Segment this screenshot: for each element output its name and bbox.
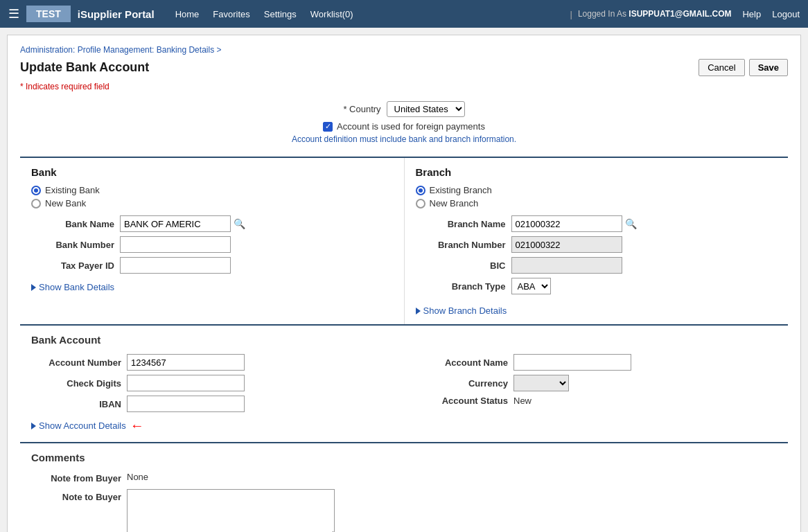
new-bank-label: New Bank <box>45 198 86 209</box>
nav-favorites[interactable]: Favorites <box>213 9 249 19</box>
app-name-badge: TEST <box>26 6 71 22</box>
ba-left-grid: Account Number Check Digits IBAN <box>31 354 390 412</box>
breadcrumb[interactable]: Administration: Profile Management: Bank… <box>20 45 788 55</box>
tax-payer-id-input[interactable] <box>120 257 231 274</box>
new-bank-radio-icon <box>31 199 41 209</box>
new-branch-radio-icon <box>416 199 425 209</box>
comments-section: Comments Note from Buyer None Note to Bu… <box>20 442 788 532</box>
new-bank-radio[interactable]: New Bank <box>31 198 393 209</box>
currency-label: Currency <box>418 378 508 389</box>
bank-number-label: Bank Number <box>31 240 114 250</box>
ba-right-grid: Account Name Currency Account Status New <box>418 354 777 406</box>
cancel-button[interactable]: Cancel <box>699 59 744 76</box>
bank-column: Bank Existing Bank New Bank Bank Name 🔍 … <box>20 158 405 324</box>
save-button[interactable]: Save <box>749 59 788 76</box>
branch-radio-group: Existing Branch New Branch <box>416 185 778 209</box>
new-branch-label: New Branch <box>430 198 479 209</box>
nav-divider: | <box>570 9 572 19</box>
page-title: Update Bank Account <box>20 60 149 75</box>
branch-type-select[interactable]: ABA <box>511 278 551 294</box>
bank-name-input[interactable] <box>120 215 231 232</box>
note-to-buyer-input[interactable] <box>127 489 335 532</box>
bank-account-left: Account Number Check Digits IBAN Show Ac… <box>31 354 390 434</box>
country-row: * Country United States ✓ Account is use… <box>20 101 788 144</box>
account-status-value: New <box>513 396 777 406</box>
existing-bank-radio[interactable]: Existing Bank <box>31 185 393 195</box>
bank-number-input[interactable] <box>120 236 231 253</box>
account-status-label: Account Status <box>418 396 508 406</box>
check-digits-input[interactable] <box>127 375 245 391</box>
note-to-buyer-label: Note to Buyer <box>31 489 121 502</box>
bank-name-search-icon[interactable]: 🔍 <box>234 218 245 229</box>
hamburger-menu-icon[interactable]: ☰ <box>8 6 19 21</box>
bic-input[interactable] <box>511 257 622 274</box>
foreign-payments-checkbox[interactable]: ✓ <box>323 122 333 132</box>
country-label: * Country <box>343 104 380 114</box>
nav-logout[interactable]: Logout <box>772 9 800 19</box>
show-branch-details-link[interactable]: Show Branch Details <box>416 305 778 316</box>
bank-account-section: Bank Account Account Number Check Digits… <box>20 324 788 442</box>
account-name-input[interactable] <box>513 354 631 371</box>
branch-type-field: ABA <box>511 278 778 294</box>
branch-number-label: Branch Number <box>416 240 506 250</box>
user-info: Logged In As ISUPPUAT1@GMAIL.COM <box>578 9 732 19</box>
branch-name-search-icon[interactable]: 🔍 <box>625 218 637 229</box>
currency-select[interactable] <box>513 375 569 391</box>
existing-branch-radio-icon <box>416 186 425 195</box>
bank-branch-columns: Bank Existing Bank New Bank Bank Name 🔍 … <box>20 157 788 324</box>
country-field: * Country United States <box>343 101 464 117</box>
foreign-payments-label: Account is used for foreign payments <box>337 121 485 132</box>
existing-bank-radio-icon <box>31 186 41 195</box>
branch-name-label: Branch Name <box>416 219 506 229</box>
show-bank-details-label: Show Bank Details <box>39 282 114 292</box>
branch-number-input[interactable] <box>511 236 622 253</box>
tax-payer-id-label: Tax Payer ID <box>31 260 114 271</box>
account-name-label: Account Name <box>418 357 508 368</box>
page-title-row: Update Bank Account Cancel Save <box>20 59 788 76</box>
nav-home[interactable]: Home <box>175 9 200 19</box>
country-select[interactable]: United States <box>387 101 465 117</box>
nav-worklist[interactable]: Worklist(0) <box>310 9 353 19</box>
required-note: * Indicates required field <box>20 82 788 91</box>
branch-name-field-row: 🔍 <box>511 215 778 232</box>
chevron-right-account-icon <box>31 423 36 429</box>
bank-section-title: Bank <box>31 166 393 178</box>
info-note: Account definition must include bank and… <box>292 134 516 144</box>
show-account-details-row: Show Account Details ← <box>31 418 390 434</box>
comments-title: Comments <box>31 452 777 463</box>
branch-section-title: Branch <box>416 166 778 178</box>
bank-account-right: Account Name Currency Account Status New <box>418 354 777 434</box>
account-number-input[interactable] <box>127 354 245 371</box>
top-navigation: ☰ TEST iSupplier Portal Home Favorites S… <box>0 0 808 28</box>
button-row: Cancel Save <box>699 59 788 76</box>
branch-type-label: Branch Type <box>416 281 506 292</box>
bank-account-title: Bank Account <box>31 334 777 346</box>
show-account-details-link[interactable]: Show Account Details <box>31 420 126 431</box>
iban-label: IBAN <box>31 399 121 409</box>
show-branch-details-label: Show Branch Details <box>423 305 507 316</box>
chevron-right-branch-icon <box>416 308 421 314</box>
nav-right: Logged In As ISUPPUAT1@GMAIL.COM Help Lo… <box>578 9 800 19</box>
bank-name-label: Bank Name <box>31 219 114 229</box>
nav-help[interactable]: Help <box>742 9 761 19</box>
bank-account-two-col: Account Number Check Digits IBAN Show Ac… <box>31 354 777 434</box>
iban-input[interactable] <box>127 396 245 412</box>
branch-name-input[interactable] <box>511 215 622 232</box>
chevron-right-icon <box>31 284 36 291</box>
existing-bank-label: Existing Bank <box>45 185 100 195</box>
comments-grid: Note from Buyer None Note to Buyer <box>31 470 777 532</box>
portal-name: iSupplier Portal <box>72 8 155 20</box>
bank-form-grid: Bank Name 🔍 Bank Number Tax Payer ID Sho… <box>31 215 393 292</box>
branch-column: Branch Existing Branch New Branch Branch… <box>405 158 789 324</box>
nav-links: Home Favorites Settings Worklist(0) <box>175 9 565 19</box>
new-branch-radio[interactable]: New Branch <box>416 198 778 209</box>
bic-label: BIC <box>416 260 506 271</box>
bank-name-field-row: 🔍 <box>120 215 393 232</box>
red-arrow-annotation: ← <box>130 418 144 434</box>
bank-radio-group: Existing Bank New Bank <box>31 185 393 209</box>
nav-settings[interactable]: Settings <box>264 9 297 19</box>
existing-branch-radio[interactable]: Existing Branch <box>416 185 778 195</box>
show-bank-details-link[interactable]: Show Bank Details <box>31 282 393 292</box>
existing-branch-label: Existing Branch <box>430 185 492 195</box>
branch-form-grid: Branch Name 🔍 Branch Number BIC Branch T… <box>416 215 778 316</box>
